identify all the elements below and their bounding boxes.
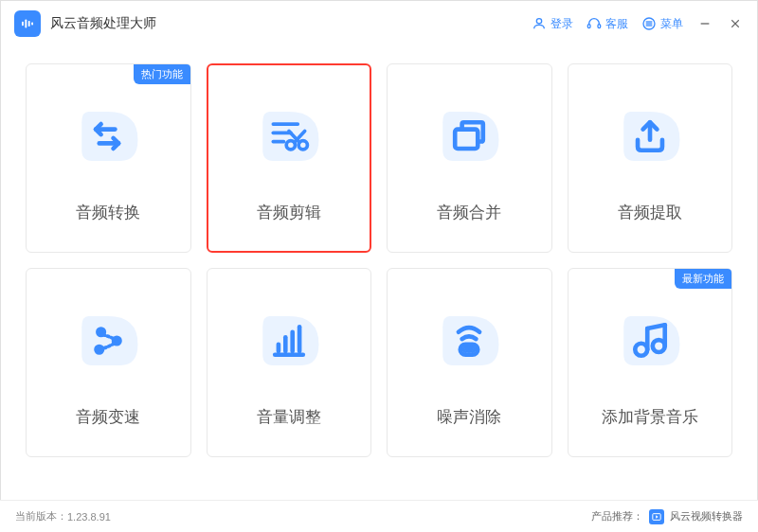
card-audio-merge[interactable]: 音频合并 bbox=[387, 63, 552, 253]
support-label: 客服 bbox=[605, 16, 628, 32]
close-button[interactable] bbox=[727, 15, 744, 32]
titlebar: 风云音频处理大师 登录 客服 菜单 bbox=[1, 1, 757, 46]
svg-rect-6 bbox=[598, 25, 601, 28]
card-audio-extract[interactable]: 音频提取 bbox=[568, 63, 733, 253]
card-add-bgm[interactable]: 最新功能 添加背景音乐 bbox=[568, 268, 733, 457]
card-label: 音频转换 bbox=[76, 202, 140, 223]
card-noise-remove[interactable]: 噪声消除 bbox=[387, 268, 552, 457]
card-label: 噪声消除 bbox=[437, 406, 501, 428]
rec-product-icon bbox=[649, 509, 664, 524]
music-icon bbox=[614, 306, 686, 376]
card-label: 音频变速 bbox=[76, 406, 140, 428]
svg-rect-1 bbox=[25, 20, 27, 28]
rec-label: 产品推荐： bbox=[591, 509, 643, 523]
denoise-icon bbox=[433, 306, 505, 376]
rec-product-name: 风云视频转换器 bbox=[670, 509, 743, 523]
svg-point-34 bbox=[472, 347, 475, 350]
badge-new: 最新功能 bbox=[675, 269, 731, 289]
svg-rect-0 bbox=[22, 22, 24, 27]
svg-rect-2 bbox=[28, 21, 30, 27]
menu-button[interactable]: 菜单 bbox=[641, 16, 683, 32]
main-grid: 热门功能 音频转换 音频剪辑 音频合并 音频提取 bbox=[1, 46, 757, 457]
titlebar-actions: 登录 客服 菜单 bbox=[532, 15, 744, 32]
footer: 当前版本： 1.23.8.91 产品推荐： 风云视频转换器 bbox=[0, 500, 758, 532]
app-logo-icon bbox=[14, 10, 41, 37]
convert-icon bbox=[72, 101, 144, 171]
card-audio-cut[interactable]: 音频剪辑 bbox=[207, 63, 372, 253]
svg-rect-5 bbox=[587, 25, 590, 28]
login-button[interactable]: 登录 bbox=[532, 16, 573, 32]
card-audio-speed[interactable]: 音频变速 bbox=[26, 268, 191, 457]
card-label: 添加背景音乐 bbox=[602, 406, 698, 428]
menu-label: 菜单 bbox=[660, 16, 683, 32]
card-label: 音频合并 bbox=[437, 202, 501, 223]
version-value: 1.23.8.91 bbox=[67, 511, 111, 523]
product-recommend[interactable]: 产品推荐： 风云视频转换器 bbox=[591, 509, 743, 524]
cut-icon bbox=[253, 101, 325, 171]
login-label: 登录 bbox=[550, 16, 573, 32]
card-label: 音频剪辑 bbox=[257, 202, 321, 223]
card-audio-convert[interactable]: 热门功能 音频转换 bbox=[26, 63, 191, 253]
badge-hot: 热门功能 bbox=[134, 64, 190, 84]
merge-icon bbox=[433, 101, 505, 171]
svg-rect-3 bbox=[31, 23, 33, 26]
speed-icon bbox=[72, 306, 144, 376]
version-label: 当前版本： bbox=[15, 509, 67, 523]
support-button[interactable]: 客服 bbox=[587, 16, 628, 32]
card-volume-adjust[interactable]: 音量调整 bbox=[207, 268, 372, 457]
minimize-button[interactable] bbox=[696, 15, 713, 32]
extract-icon bbox=[614, 101, 686, 171]
volume-icon bbox=[253, 306, 325, 376]
svg-point-4 bbox=[536, 19, 541, 24]
card-label: 音量调整 bbox=[257, 406, 321, 428]
card-label: 音频提取 bbox=[618, 202, 682, 223]
app-title: 风云音频处理大师 bbox=[50, 15, 156, 32]
